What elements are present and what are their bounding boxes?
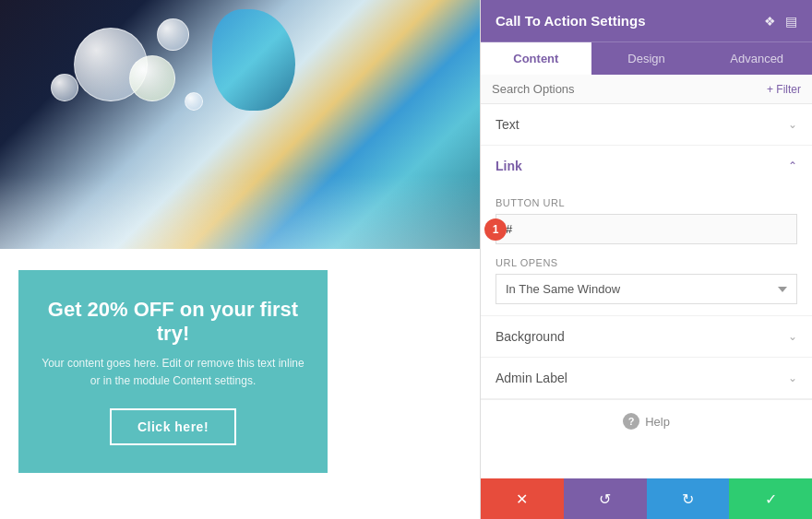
panel-search: + Filter [481, 75, 812, 104]
step-badge: 1 [484, 218, 507, 241]
url-field-row: 1 [496, 214, 797, 244]
preview-area: Get 20% OFF on your first try! Your cont… [0, 0, 480, 519]
admin-label-section-label: Admin Label [496, 371, 567, 385]
panel-footer: ? Help [481, 399, 812, 442]
cta-heading: Get 20% OFF on your first try! [37, 298, 309, 346]
admin-label-section-header[interactable]: Admin Label ⌄ [481, 358, 812, 399]
redo-button[interactable]: ↻ [647, 478, 730, 519]
admin-label-chevron-icon: ⌄ [788, 372, 797, 384]
filter-button[interactable]: + Filter [767, 83, 801, 96]
help-icon: ? [623, 413, 639, 430]
confirm-icon: ✓ [765, 490, 777, 508]
undo-button[interactable]: ↺ [564, 478, 647, 519]
help-label: Help [645, 415, 670, 429]
help-button[interactable]: ? Help [623, 413, 670, 430]
undo-icon: ↺ [599, 490, 611, 508]
redo-icon: ↻ [682, 490, 694, 508]
url-opens-select[interactable]: In The Same Window In A New Tab [496, 274, 797, 304]
settings-panel: Call To Action Settings ❖ ▤ Content Desi… [480, 0, 812, 519]
cta-button[interactable]: Click here! [110, 408, 236, 445]
text-section-header[interactable]: Text ⌄ [481, 104, 812, 146]
panel-tabs: Content Design Advanced [481, 41, 812, 75]
tab-advanced[interactable]: Advanced [701, 42, 812, 75]
link-section-content: Button URL 1 Url Opens In The Same Windo… [481, 186, 812, 316]
cancel-icon: ✕ [516, 490, 528, 508]
button-url-label: Button URL [496, 197, 797, 208]
background-chevron-icon: ⌄ [788, 330, 797, 343]
panel-content: Text ⌄ Link ⌃ Button URL 1 Url Opens In … [481, 104, 812, 478]
button-url-input[interactable] [496, 214, 797, 244]
search-input[interactable] [492, 82, 767, 96]
text-chevron-icon: ⌄ [788, 118, 797, 131]
tab-design[interactable]: Design [591, 42, 702, 75]
minimize-icon[interactable]: ▤ [785, 14, 797, 29]
cancel-button[interactable]: ✕ [481, 478, 564, 519]
cta-body: Your content goes here. Edit or remove t… [37, 355, 309, 390]
maximize-icon[interactable]: ❖ [764, 14, 776, 29]
cta-block: Get 20% OFF on your first try! Your cont… [18, 270, 328, 473]
url-opens-label: Url Opens [496, 257, 797, 268]
confirm-button[interactable]: ✓ [729, 478, 812, 519]
panel-header: Call To Action Settings ❖ ▤ [481, 0, 812, 41]
link-section-label: Link [496, 159, 522, 173]
link-chevron-icon: ⌃ [788, 159, 797, 172]
panel-title: Call To Action Settings [496, 13, 646, 29]
preview-image [0, 0, 480, 249]
tab-content[interactable]: Content [481, 42, 591, 75]
background-section-header[interactable]: Background ⌄ [481, 316, 812, 358]
background-section-label: Background [496, 329, 565, 344]
link-section-header[interactable]: Link ⌃ [481, 146, 812, 186]
panel-header-icons: ❖ ▤ [764, 14, 797, 29]
action-bar: ✕ ↺ ↻ ✓ [481, 478, 812, 519]
text-section-label: Text [496, 117, 519, 132]
